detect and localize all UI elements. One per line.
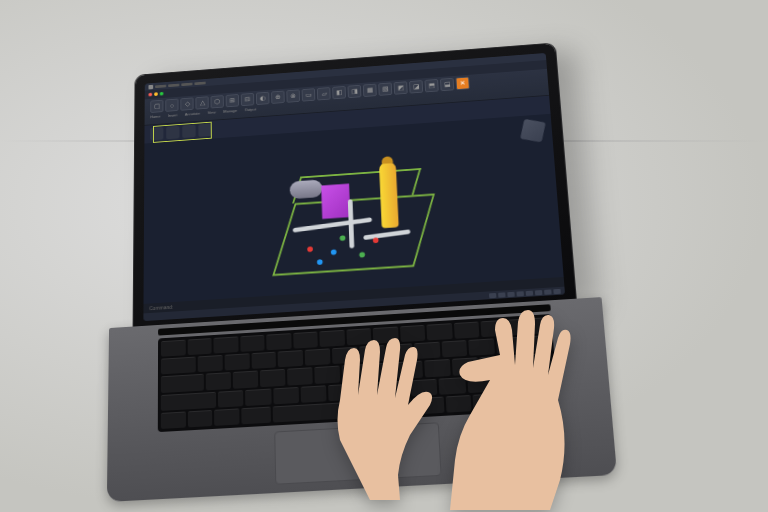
tool-button[interactable]: ⬓ bbox=[440, 78, 454, 91]
tool-button[interactable]: ⊟ bbox=[241, 93, 254, 106]
left-hand bbox=[280, 300, 450, 500]
tool-button[interactable]: ▦ bbox=[363, 84, 377, 97]
right-hand bbox=[440, 300, 620, 510]
ribbon-tab[interactable]: Home bbox=[150, 114, 160, 119]
viewport-3d[interactable] bbox=[143, 114, 563, 304]
tool-button[interactable]: ⊗ bbox=[286, 89, 300, 102]
horizontal-cylinder bbox=[290, 179, 323, 199]
subtool-button[interactable] bbox=[150, 127, 163, 140]
status-toggle[interactable] bbox=[516, 291, 523, 296]
status-toggle[interactable] bbox=[489, 292, 496, 297]
tool-button[interactable]: ◪ bbox=[409, 80, 423, 93]
tool-button[interactable]: ▱ bbox=[317, 87, 331, 100]
tool-button[interactable]: ▢ bbox=[150, 100, 163, 113]
subtool-button[interactable] bbox=[198, 123, 211, 136]
subtool-button[interactable] bbox=[182, 125, 195, 138]
tool-button[interactable]: △ bbox=[195, 96, 208, 109]
ribbon-tab[interactable]: Insert bbox=[168, 113, 177, 118]
tool-button[interactable]: ◇ bbox=[180, 97, 193, 110]
subtool-button[interactable] bbox=[166, 126, 179, 139]
control-block bbox=[321, 184, 350, 219]
screen-bezel: ▢ ○ ◇ △ ⬡ ⊞ ⊟ ◐ ⊕ ⊗ ▭ ▱ ◧ ◨ ▦ ▧ ◩ bbox=[134, 43, 577, 331]
status-toggle[interactable] bbox=[526, 290, 534, 295]
apple-menu-icon[interactable] bbox=[148, 84, 153, 89]
close-icon[interactable] bbox=[148, 93, 152, 97]
viewcube-icon[interactable] bbox=[520, 119, 546, 142]
tool-button[interactable]: ⬡ bbox=[211, 95, 224, 108]
tool-button[interactable]: ▭ bbox=[302, 88, 316, 101]
tool-button[interactable]: ⊞ bbox=[226, 94, 239, 107]
tool-button[interactable]: ◨ bbox=[347, 85, 361, 98]
vertical-vessel bbox=[379, 161, 399, 228]
status-toggle[interactable] bbox=[544, 289, 552, 294]
minimize-icon[interactable] bbox=[154, 92, 158, 96]
tool-button[interactable]: ○ bbox=[165, 99, 178, 112]
menu-item[interactable] bbox=[181, 82, 192, 85]
menu-item[interactable] bbox=[168, 83, 179, 86]
ribbon-tab[interactable]: View bbox=[208, 110, 216, 115]
menu-item[interactable] bbox=[194, 81, 205, 84]
tool-button[interactable]: ⊕ bbox=[271, 91, 285, 104]
status-toggle[interactable] bbox=[507, 291, 514, 296]
status-toggle[interactable] bbox=[553, 288, 561, 293]
ribbon-tab[interactable]: Output bbox=[245, 107, 257, 112]
tool-button[interactable]: ▧ bbox=[378, 82, 392, 95]
ribbon-tab[interactable]: Annotate bbox=[185, 111, 200, 117]
menu-item[interactable] bbox=[155, 84, 166, 87]
maximize-icon[interactable] bbox=[160, 92, 164, 96]
tool-button[interactable]: ◐ bbox=[256, 92, 270, 105]
window-controls bbox=[148, 92, 163, 97]
tool-button[interactable]: ⬒ bbox=[424, 79, 438, 92]
tool-button[interactable]: ◩ bbox=[394, 81, 408, 94]
status-toggle[interactable] bbox=[498, 292, 505, 297]
cad-application-window: ▢ ○ ◇ △ ⬡ ⊞ ⊟ ◐ ⊕ ⊗ ▭ ▱ ◧ ◨ ▦ ▧ ◩ bbox=[143, 53, 565, 321]
status-toggle[interactable] bbox=[535, 290, 543, 295]
ribbon-tab[interactable]: Manage bbox=[223, 108, 237, 113]
tool-button[interactable]: ◧ bbox=[332, 86, 346, 99]
tool-button-highlighted[interactable]: ✕ bbox=[455, 77, 469, 90]
valve-marker bbox=[359, 252, 365, 258]
